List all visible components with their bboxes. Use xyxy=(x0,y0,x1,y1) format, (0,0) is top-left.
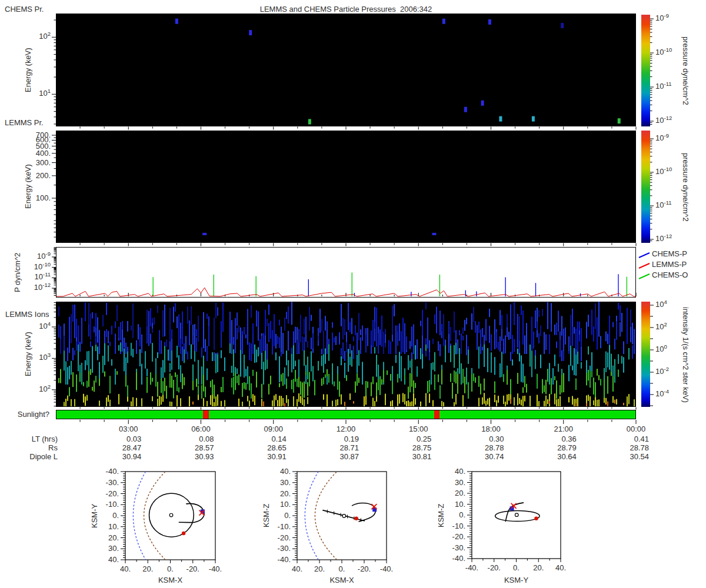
ion-streak xyxy=(549,394,550,406)
ion-streak xyxy=(441,370,442,384)
ion-streak xyxy=(138,324,139,339)
ion-streak xyxy=(522,364,524,383)
ion-streak xyxy=(242,331,243,335)
ion-streak xyxy=(109,400,111,406)
ion-streak xyxy=(542,379,543,394)
ion-streak xyxy=(392,400,393,406)
ion-streak xyxy=(429,393,430,403)
p1-ytick-label: 101 xyxy=(34,89,51,98)
ion-streak xyxy=(267,343,268,361)
ion-streak xyxy=(302,382,303,397)
ion-streak xyxy=(85,360,86,370)
ion-streak xyxy=(591,310,592,335)
orbit-ytick-label: -20. xyxy=(444,532,465,541)
ion-streak xyxy=(298,329,299,342)
ion-streak xyxy=(399,326,400,332)
ion-streak xyxy=(507,370,508,385)
ion-streak xyxy=(597,400,598,406)
ion-streak xyxy=(58,378,59,383)
legend-item-chems-p: CHEMS-P xyxy=(652,249,687,258)
ion-streak xyxy=(323,377,324,384)
ion-streak xyxy=(376,396,377,402)
ion-streak xyxy=(600,379,601,385)
ion-streak xyxy=(92,346,93,373)
ion-streak xyxy=(224,400,225,406)
orbit-ytick-label: -20. xyxy=(97,489,119,498)
ion-streak xyxy=(196,338,197,352)
legend-swatch xyxy=(639,253,650,258)
ion-streak xyxy=(261,399,262,406)
magnetopause-curve xyxy=(315,472,337,560)
ion-streak xyxy=(244,327,245,335)
ion-streak xyxy=(344,402,345,406)
ion-streak xyxy=(108,331,109,343)
ion-streak xyxy=(275,334,277,349)
ion-streak xyxy=(489,309,490,317)
ion-streak xyxy=(78,345,79,371)
ion-streak xyxy=(556,323,557,335)
ion-streak xyxy=(198,360,199,385)
ion-streak xyxy=(104,343,105,365)
ion-streak xyxy=(284,403,285,406)
orbit-ytick-label: -10. xyxy=(444,522,465,530)
ion-streak xyxy=(611,372,612,376)
ion-streak xyxy=(221,401,222,406)
ion-streak xyxy=(293,345,294,369)
orbit-ytick-label: 40. xyxy=(444,467,465,476)
ion-streak xyxy=(334,338,335,342)
ion-streak xyxy=(309,372,310,387)
ion-streak xyxy=(327,370,328,376)
ion-streak xyxy=(295,370,296,382)
ion-streak xyxy=(339,382,340,397)
ion-streak xyxy=(342,318,344,339)
ion-streak xyxy=(256,349,257,362)
energy-axis-label-1: Energy (keV) xyxy=(24,38,32,102)
ion-streak xyxy=(491,334,492,350)
ion-streak xyxy=(383,332,384,354)
ion-streak xyxy=(604,397,605,402)
orbit-ytick-label: 10. xyxy=(444,500,465,509)
ion-streak xyxy=(609,316,610,349)
plot-canvas: LEMMS and CHEMS Particle Pressures 2006:… xyxy=(0,0,706,588)
ion-streak xyxy=(459,330,460,335)
ion-streak xyxy=(337,374,338,390)
ion-streak xyxy=(132,397,134,406)
orbit-xtick-label: -40. xyxy=(202,564,228,573)
ion-streak xyxy=(496,400,497,406)
ion-streak xyxy=(591,352,592,371)
ion-streak xyxy=(341,395,342,405)
ion-streak xyxy=(187,306,188,323)
ion-streak xyxy=(468,382,469,399)
ion-streak xyxy=(468,350,469,364)
ion-streak xyxy=(244,355,245,377)
ion-streak xyxy=(385,394,386,406)
ion-streak xyxy=(379,376,381,395)
ion-streak xyxy=(88,303,89,326)
ion-streak xyxy=(494,357,495,375)
orbit3-xlabel: KSM-Y xyxy=(472,576,561,584)
orbit-xtick-label: -40. xyxy=(374,564,399,573)
ion-streak xyxy=(503,374,504,382)
ion-streak xyxy=(597,369,598,376)
ion-streak xyxy=(237,376,238,383)
ion-streak xyxy=(286,350,287,365)
ion-streak xyxy=(152,323,153,329)
ion-streak xyxy=(517,393,518,405)
ion-streak xyxy=(503,396,504,404)
ion-streak xyxy=(169,402,171,406)
spectrogram-dot xyxy=(464,107,467,112)
ion-streak xyxy=(106,303,107,315)
ion-streak xyxy=(547,399,548,404)
ion-streak xyxy=(152,343,153,362)
p2-ytick-label: 300. xyxy=(28,158,51,167)
ion-streak xyxy=(95,328,96,336)
ion-streak xyxy=(321,319,322,332)
ion-streak xyxy=(360,338,361,354)
ion-streak xyxy=(349,357,351,365)
ion-streak xyxy=(152,378,153,382)
ion-streak xyxy=(171,350,172,370)
p1-ytick-label: 102 xyxy=(34,32,51,41)
ion-streak xyxy=(288,360,289,377)
ion-streak xyxy=(76,338,77,342)
orbit2-xlabel: KSM-X xyxy=(297,576,387,584)
